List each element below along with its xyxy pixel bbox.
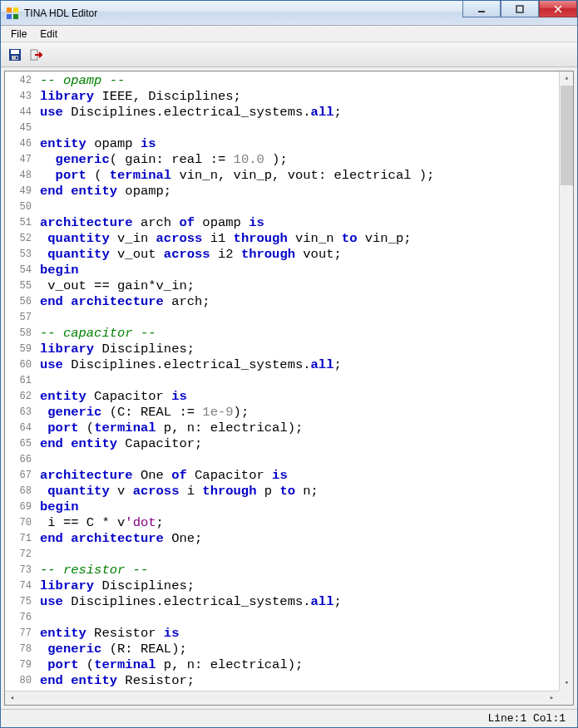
- horizontal-scrollbar[interactable]: ◂ ▸: [5, 691, 559, 705]
- save-button[interactable]: [6, 46, 24, 64]
- code-text[interactable]: library Disciplines;: [40, 578, 195, 594]
- code-line[interactable]: 74library Disciplines;: [5, 578, 573, 594]
- scroll-up-arrow-icon[interactable]: ▴: [560, 71, 573, 86]
- code-editor[interactable]: 42-- opamp --43library IEEE, Disciplines…: [5, 71, 573, 705]
- code-line[interactable]: 77entity Resistor is: [5, 626, 573, 642]
- code-line[interactable]: 54begin: [5, 263, 573, 278]
- code-line[interactable]: 46entity opamp is: [5, 136, 573, 152]
- code-text[interactable]: port (terminal p, n: electrical);: [40, 421, 303, 436]
- code-text[interactable]: architecture One of Capacitor is: [40, 468, 288, 484]
- code-line[interactable]: 61: [5, 373, 573, 389]
- minimize-button[interactable]: [462, 1, 501, 17]
- code-text[interactable]: generic( gain: real := 10.0 );: [40, 152, 288, 168]
- line-number: 47: [5, 152, 40, 168]
- code-line[interactable]: 59library Disciplines;: [5, 342, 573, 357]
- titlebar[interactable]: TINA HDL Editor: [1, 1, 577, 26]
- window-controls: [462, 1, 577, 17]
- code-text[interactable]: end architecture One;: [40, 531, 202, 547]
- code-line[interactable]: 63 generic (C: REAL := 1e-9);: [5, 405, 573, 421]
- code-line[interactable]: 67architecture One of Capacitor is: [5, 468, 573, 484]
- code-line[interactable]: 51architecture arch of opamp is: [5, 215, 573, 231]
- scroll-right-arrow-icon[interactable]: ▸: [545, 691, 559, 705]
- code-line[interactable]: 70 i == C * v'dot;: [5, 515, 573, 531]
- save-icon: [8, 48, 22, 61]
- code-text[interactable]: architecture arch of opamp is: [40, 215, 264, 231]
- line-number: 51: [5, 215, 40, 231]
- code-line[interactable]: 76: [5, 610, 573, 626]
- code-text[interactable]: generic (R: REAL);: [40, 642, 187, 657]
- svg-rect-1: [13, 7, 18, 12]
- code-text[interactable]: quantity v_out across i2 through vout;: [40, 247, 342, 263]
- code-text[interactable]: end entity opamp;: [40, 184, 171, 199]
- code-line[interactable]: 72: [5, 547, 573, 563]
- code-text[interactable]: port (terminal p, n: electrical);: [40, 657, 303, 673]
- code-text[interactable]: entity Capacitor is: [40, 389, 187, 405]
- code-text[interactable]: port ( terminal vin_n, vin_p, vout: elec…: [40, 168, 434, 184]
- scroll-left-arrow-icon[interactable]: ◂: [5, 691, 19, 705]
- code-text[interactable]: generic (C: REAL := 1e-9);: [40, 405, 249, 421]
- code-text[interactable]: v_out == gain*v_in;: [40, 278, 195, 294]
- code-line[interactable]: 42-- opamp --: [5, 73, 573, 89]
- code-text[interactable]: end architecture arch;: [40, 294, 210, 310]
- menu-file[interactable]: File: [4, 27, 33, 42]
- code-text[interactable]: -- opamp --: [40, 73, 125, 89]
- code-text[interactable]: end entity Capacitor;: [40, 436, 202, 452]
- code-text[interactable]: end entity Resistor;: [40, 673, 195, 689]
- line-number: 45: [5, 121, 40, 136]
- code-line[interactable]: 66: [5, 452, 573, 468]
- code-text[interactable]: begin: [40, 263, 79, 278]
- code-text[interactable]: library Disciplines;: [40, 342, 195, 357]
- code-line[interactable]: 45: [5, 121, 573, 136]
- code-line[interactable]: 75use Disciplines.electrical_systems.all…: [5, 594, 573, 610]
- code-line[interactable]: 79 port (terminal p, n: electrical);: [5, 657, 573, 673]
- maximize-button[interactable]: [501, 1, 539, 17]
- code-text[interactable]: -- resistor --: [40, 563, 148, 578]
- scroll-down-arrow-icon[interactable]: ▾: [560, 676, 573, 691]
- vertical-scrollbar[interactable]: ▴ ▾: [559, 71, 573, 691]
- code-line[interactable]: 43library IEEE, Disciplines;: [5, 89, 573, 105]
- code-line[interactable]: 65end entity Capacitor;: [5, 436, 573, 452]
- code-text[interactable]: quantity v_in across i1 through vin_n to…: [40, 231, 412, 247]
- code-line[interactable]: 56end architecture arch;: [5, 294, 573, 310]
- line-number: 53: [5, 247, 40, 263]
- code-text[interactable]: i == C * v'dot;: [40, 515, 164, 531]
- scrollbar-thumb[interactable]: [561, 86, 573, 185]
- code-line[interactable]: 62entity Capacitor is: [5, 389, 573, 405]
- editor-panel: 42-- opamp --43library IEEE, Disciplines…: [4, 71, 574, 706]
- code-line[interactable]: 64 port (terminal p, n: electrical);: [5, 421, 573, 436]
- code-line[interactable]: 57: [5, 310, 573, 326]
- code-text[interactable]: begin: [40, 499, 79, 515]
- code-line[interactable]: 80end entity Resistor;: [5, 673, 573, 689]
- code-line[interactable]: 48 port ( terminal vin_n, vin_p, vout: e…: [5, 168, 573, 184]
- code-line[interactable]: 60use Disciplines.electrical_systems.all…: [5, 357, 573, 373]
- code-line[interactable]: 68 quantity v across i through p to n;: [5, 484, 573, 499]
- code-line[interactable]: 49end entity opamp;: [5, 184, 573, 199]
- code-line[interactable]: 44use Disciplines.electrical_systems.all…: [5, 105, 573, 121]
- code-scroll-region[interactable]: 42-- opamp --43library IEEE, Disciplines…: [5, 71, 573, 705]
- code-line[interactable]: 73-- resistor --: [5, 563, 573, 578]
- line-number: 76: [5, 610, 40, 626]
- close-button[interactable]: [539, 1, 577, 17]
- code-text[interactable]: use Disciplines.electrical_systems.all;: [40, 105, 342, 121]
- code-line[interactable]: 58-- capacitor --: [5, 326, 573, 342]
- code-line[interactable]: 55 v_out == gain*v_in;: [5, 278, 573, 294]
- code-text[interactable]: entity Resistor is: [40, 626, 179, 642]
- scrollbar-corner: [559, 691, 573, 705]
- code-line[interactable]: 50: [5, 199, 573, 215]
- code-line[interactable]: 47 generic( gain: real := 10.0 );: [5, 152, 573, 168]
- app-window: TINA HDL Editor File Edit: [0, 0, 578, 728]
- code-line[interactable]: 53 quantity v_out across i2 through vout…: [5, 247, 573, 263]
- code-line[interactable]: 69begin: [5, 499, 573, 515]
- code-text[interactable]: library IEEE, Disciplines;: [40, 89, 241, 105]
- code-text[interactable]: use Disciplines.electrical_systems.all;: [40, 594, 342, 610]
- compile-button[interactable]: [27, 46, 46, 64]
- code-line[interactable]: 71end architecture One;: [5, 531, 573, 547]
- code-line[interactable]: 78 generic (R: REAL);: [5, 642, 573, 657]
- code-text[interactable]: entity opamp is: [40, 136, 156, 152]
- code-line[interactable]: 52 quantity v_in across i1 through vin_n…: [5, 231, 573, 247]
- svg-rect-5: [516, 6, 523, 12]
- code-text[interactable]: quantity v across i through p to n;: [40, 484, 319, 499]
- code-text[interactable]: use Disciplines.electrical_systems.all;: [40, 357, 342, 373]
- menu-edit[interactable]: Edit: [33, 27, 64, 42]
- code-text[interactable]: -- capacitor --: [40, 326, 156, 342]
